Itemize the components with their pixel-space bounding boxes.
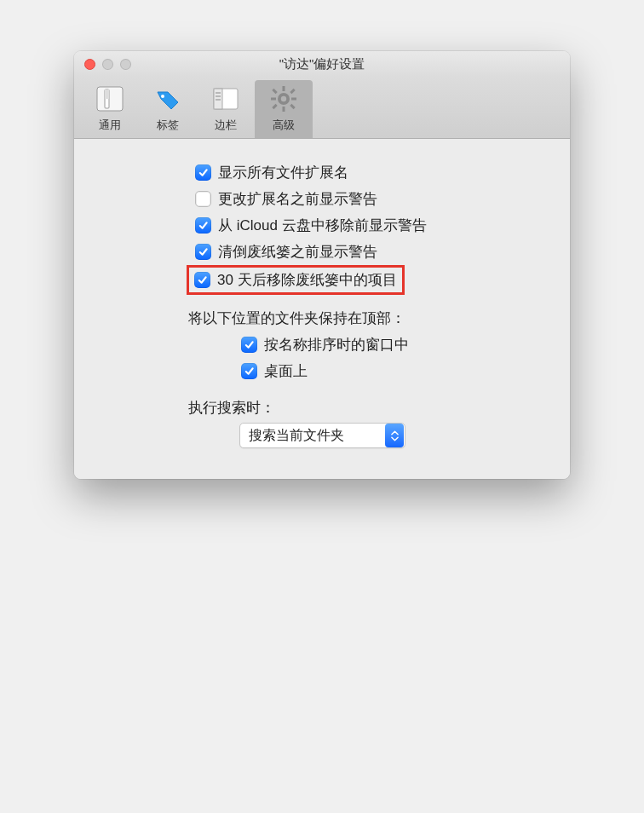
checkbox-warn-icloud-row: 从 iCloud 云盘中移除前显示警告 (195, 212, 549, 239)
checkbox-warn-icloud[interactable] (195, 217, 211, 234)
select-value: 搜索当前文件夹 (249, 427, 385, 445)
checkbox-folders-desktop[interactable] (241, 363, 257, 379)
checkbox-show-extensions-row: 显示所有文件扩展名 (195, 159, 549, 186)
tab-sidebar[interactable]: 边栏 (197, 80, 255, 138)
titlebar: "访达"偏好设置 (74, 51, 570, 77)
preferences-window: "访达"偏好设置 通用 标签 边栏 高级 (74, 51, 570, 479)
svg-rect-0 (97, 87, 123, 111)
checkbox-label: 按名称排序时的窗口中 (264, 335, 409, 355)
svg-rect-13 (291, 98, 296, 101)
checkbox-label: 从 iCloud 云盘中移除前显示警告 (218, 216, 427, 235)
checkbox-warn-trash-row: 清倒废纸篓之前显示警告 (195, 239, 549, 265)
folders-top-heading: 将以下位置的文件夹保持在顶部： (188, 308, 549, 328)
checkbox-warn-change-ext-row: 更改扩展名之前显示警告 (195, 186, 549, 212)
minimize-button[interactable] (102, 59, 113, 70)
window-title: "访达"偏好设置 (83, 56, 561, 72)
tab-advanced[interactable]: 高级 (255, 80, 313, 138)
svg-rect-2 (105, 89, 109, 99)
checkbox-folders-windows[interactable] (241, 337, 257, 353)
svg-rect-16 (290, 89, 295, 94)
svg-point-18 (281, 96, 286, 101)
svg-rect-10 (283, 86, 285, 91)
svg-rect-11 (283, 107, 285, 112)
checkbox-label: 桌面上 (264, 361, 308, 381)
svg-rect-15 (290, 104, 295, 109)
tab-label: 高级 (273, 118, 295, 133)
checkbox-label: 显示所有文件扩展名 (218, 163, 348, 182)
checkbox-folders-windows-row: 按名称排序时的窗口中 (241, 332, 549, 358)
tab-tags[interactable]: 标签 (139, 80, 197, 138)
search-select-wrap: 搜索当前文件夹 (239, 423, 549, 448)
toolbar: 通用 标签 边栏 高级 (74, 77, 570, 139)
tag-icon (152, 84, 183, 114)
search-scope-select[interactable]: 搜索当前文件夹 (239, 423, 405, 448)
highlighted-option: 30 天后移除废纸篓中的项目 (187, 265, 405, 295)
gear-icon (268, 84, 299, 114)
svg-rect-12 (271, 98, 276, 101)
svg-rect-5 (214, 89, 222, 109)
svg-point-3 (161, 95, 164, 98)
checkbox-warn-trash[interactable] (195, 244, 211, 260)
svg-rect-14 (272, 89, 277, 94)
checkbox-warn-change-ext[interactable] (195, 191, 211, 207)
content-area: 显示所有文件扩展名 更改扩展名之前显示警告 从 iCloud 云盘中移除前显示警… (74, 139, 570, 479)
tab-label: 通用 (99, 118, 121, 133)
svg-rect-17 (272, 104, 277, 109)
traffic-lights (84, 59, 131, 70)
tab-label: 标签 (157, 118, 179, 133)
checkbox-label: 清倒废纸篓之前显示警告 (218, 242, 377, 262)
checkbox-folders-desktop-row: 桌面上 (241, 358, 549, 384)
checkbox-remove-30days[interactable] (194, 272, 210, 288)
tab-general[interactable]: 通用 (81, 80, 139, 138)
checkbox-show-extensions[interactable] (195, 164, 211, 181)
tab-label: 边栏 (215, 118, 237, 133)
switch-icon (95, 84, 125, 114)
sidebar-icon (210, 84, 241, 114)
checkbox-label: 30 天后移除废纸篓中的项目 (217, 270, 397, 290)
chevron-updown-icon (385, 424, 404, 447)
checkbox-label: 更改扩展名之前显示警告 (218, 189, 377, 209)
search-heading: 执行搜索时： (188, 398, 549, 418)
close-button[interactable] (84, 59, 95, 70)
zoom-button[interactable] (120, 59, 131, 70)
